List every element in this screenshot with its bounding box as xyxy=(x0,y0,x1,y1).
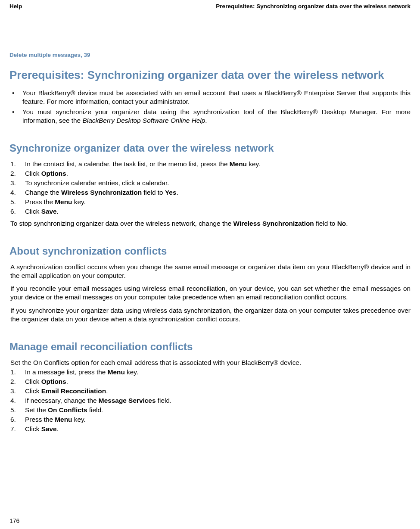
heading-synchronize: Synchronize organizer data over the wire… xyxy=(9,141,411,155)
manage-steps: In a message list, press the Menu key. C… xyxy=(9,368,411,433)
list-item: To synchronize calendar entries, click a… xyxy=(9,179,411,187)
list-item: Set the On Conflicts field. xyxy=(9,406,411,414)
paragraph: If you synchronize your organizer data u… xyxy=(10,306,411,324)
header-left: Help xyxy=(9,3,22,10)
heading-about-conflicts: About synchronization conflicts xyxy=(9,244,411,258)
list-item: Click Email Reconciliation. xyxy=(9,387,411,395)
list-item: You must synchronize your organizer data… xyxy=(10,108,411,125)
link-delete-multiple-messages[interactable]: Delete multiple messages, 39 xyxy=(9,51,411,59)
list-item: Your BlackBerry® device must be associat… xyxy=(10,89,411,106)
list-item: Press the Menu key. xyxy=(9,415,411,424)
list-item: Click Save. xyxy=(9,207,411,216)
paragraph: A synchronization conflict occurs when y… xyxy=(10,263,411,280)
list-item: In a message list, press the Menu key. xyxy=(9,368,411,377)
page-header: Help Prerequisites: Synchronizing organi… xyxy=(9,3,411,10)
list-item: Press the Menu key. xyxy=(9,198,411,206)
synchronize-note: To stop synchronizing organizer data ove… xyxy=(10,219,411,228)
list-item: If necessary, change the Message Service… xyxy=(9,396,411,405)
paragraph: If you reconcile your email messages usi… xyxy=(10,284,411,302)
heading-manage-conflicts: Manage email reconciliation conflicts xyxy=(9,340,411,353)
prerequisites-list: Your BlackBerry® device must be associat… xyxy=(10,89,411,125)
list-item: In the contact list, a calendar, the tas… xyxy=(9,160,411,168)
synchronize-steps: In the contact list, a calendar, the tas… xyxy=(9,160,411,216)
list-item: Click Save. xyxy=(9,425,411,433)
manage-intro: Set the On Conflicts option for each ema… xyxy=(10,358,411,367)
header-right: Prerequisites: Synchronizing organizer d… xyxy=(216,3,411,10)
list-item: Click Options. xyxy=(9,169,411,178)
heading-prerequisites: Prerequisites: Synchronizing organizer d… xyxy=(9,68,411,83)
list-item: Change the Wireless Synchronization fiel… xyxy=(9,188,411,197)
list-item: Click Options. xyxy=(9,377,411,386)
